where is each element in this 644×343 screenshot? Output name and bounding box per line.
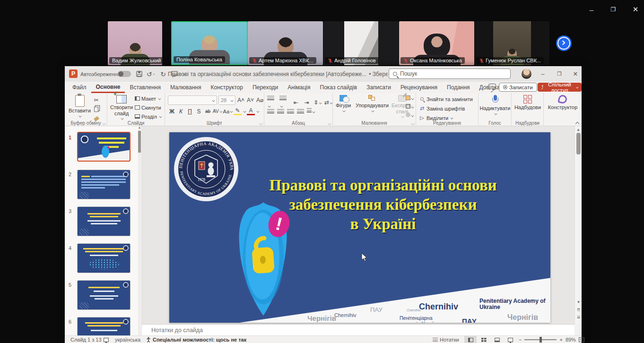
video-tile[interactable]: Оксана Малінковська xyxy=(399,21,474,65)
font-name-select[interactable] xyxy=(168,95,217,105)
slide-sorter-view-button[interactable] xyxy=(478,336,490,343)
align-center-button[interactable] xyxy=(277,109,284,114)
new-slide-button[interactable]: Створити слайд xyxy=(110,95,133,120)
tab-design[interactable]: Конструктор xyxy=(206,82,247,93)
character-spacing-button[interactable]: AV xyxy=(213,107,222,115)
zoom-out-button[interactable]: − xyxy=(519,337,522,343)
minimize-icon[interactable]: – xyxy=(584,4,599,15)
tab-file[interactable]: Файл xyxy=(68,82,91,93)
increase-indent-button[interactable]: ⇥ xyxy=(303,99,311,107)
reset-button[interactable]: Скинути xyxy=(135,103,162,111)
grow-font-button[interactable]: A˄ xyxy=(237,96,245,104)
addins-button[interactable]: Надбудови xyxy=(513,95,542,111)
video-tile[interactable]: Андрій Головінов xyxy=(323,21,399,65)
display-settings-icon[interactable] xyxy=(104,336,109,343)
scroll-up-icon[interactable]: ▲ xyxy=(138,126,141,129)
reading-view-button[interactable] xyxy=(491,336,503,343)
bullets-button[interactable] xyxy=(267,96,277,109)
account-avatar[interactable] xyxy=(522,69,531,79)
video-tile-active-speaker[interactable]: Поліна Ковальська xyxy=(171,21,248,65)
normal-view-button[interactable] xyxy=(464,336,477,343)
zoom-slider[interactable] xyxy=(524,339,557,340)
tab-view[interactable]: Подання xyxy=(442,82,474,93)
slideshow-view-button[interactable] xyxy=(504,336,516,343)
share-button[interactable]: ⤴ Спільний доступ xyxy=(538,83,582,92)
font-size-select[interactable]: 28 xyxy=(218,95,235,105)
italic-button[interactable]: К xyxy=(177,107,185,115)
slide-thumbnail[interactable] xyxy=(77,132,131,162)
line-spacing-button[interactable]: ⇕ xyxy=(313,99,322,107)
tab-insert[interactable]: Вставлення xyxy=(125,82,165,93)
save-icon[interactable] xyxy=(134,66,144,82)
zoom-slider-thumb[interactable] xyxy=(540,337,542,343)
scroll-up-icon[interactable]: ▲ xyxy=(575,126,582,132)
ppt-restore-icon[interactable]: ❐ xyxy=(552,66,567,82)
numbering-button[interactable] xyxy=(279,96,289,109)
thumbnail-scrollbar[interactable]: ▲ xyxy=(138,126,141,335)
align-right-button[interactable] xyxy=(287,109,294,114)
text-shadow-button[interactable]: S xyxy=(195,107,203,115)
shrink-font-button[interactable]: A˅ xyxy=(246,96,254,104)
slide-thumbnail[interactable] xyxy=(77,280,131,310)
slide-thumbnail[interactable] xyxy=(77,243,131,273)
restore-icon[interactable]: ❐ xyxy=(606,4,620,15)
replace-fonts-button[interactable]: ⇄Заміна шрифтів xyxy=(419,104,473,112)
record-button[interactable]: Записати xyxy=(499,83,537,92)
dictate-button[interactable]: Надиктувати xyxy=(481,95,509,115)
notes-pane[interactable]: ▾ Нотатки до слайда xyxy=(142,324,574,335)
video-tile[interactable]: Гуменюк Руслан СВК... xyxy=(475,21,549,65)
shape-outline-icon[interactable] xyxy=(406,103,414,110)
redo-icon[interactable]: ↻ xyxy=(158,66,168,82)
scrollbar-thumb[interactable] xyxy=(576,133,581,154)
next-slide-icon[interactable]: ⇊ xyxy=(575,315,582,319)
notes-toggle-button[interactable]: Нотатки xyxy=(433,336,459,343)
text-highlight-button[interactable]: ✎ xyxy=(234,107,242,115)
align-left-button[interactable] xyxy=(267,109,274,114)
clear-formatting-button[interactable]: A⌀ xyxy=(256,96,264,104)
accessibility-status[interactable]: Спеціальні можливості: щось не так xyxy=(146,336,246,343)
shape-fill-icon[interactable] xyxy=(406,95,414,102)
video-tile[interactable]: Вадим Жулковський xyxy=(108,21,162,65)
fit-slide-to-window-icon[interactable] xyxy=(579,337,584,342)
tab-record[interactable]: Записати xyxy=(362,82,396,93)
ppt-minimize-icon[interactable]: – xyxy=(535,66,550,82)
comments-icon[interactable] xyxy=(488,84,496,90)
search-input[interactable]: Пошук xyxy=(389,69,511,79)
close-icon[interactable]: ✕ xyxy=(628,4,643,15)
slide-editor[interactable]: ПЕНІТЕНЦІАРНА АКАДЕМІЯ УКРАЇНИ PENITENTI… xyxy=(169,132,550,323)
paste-button[interactable]: Вставити xyxy=(69,95,91,117)
copy-icon[interactable] xyxy=(92,105,100,113)
tab-draw[interactable]: Малювання xyxy=(165,82,206,93)
bold-button[interactable]: Ж xyxy=(168,107,176,115)
zoom-level[interactable]: 89% xyxy=(566,337,576,343)
ppt-close-icon[interactable]: ✕ xyxy=(568,66,583,82)
tab-transitions[interactable]: Переходи xyxy=(248,82,283,93)
shapes-button[interactable]: Фігури xyxy=(336,95,351,112)
scroll-down-icon[interactable]: ▼ xyxy=(575,300,582,304)
zoom-in-button[interactable]: + xyxy=(559,337,562,343)
find-replace-button[interactable]: Знайти та замінити xyxy=(419,95,473,103)
designer-button[interactable]: Конструктор xyxy=(547,95,579,111)
slide-thumbnail[interactable] xyxy=(77,206,131,236)
language-indicator[interactable]: українська xyxy=(115,336,140,343)
layout-button[interactable]: Макет xyxy=(135,94,162,103)
cut-icon[interactable]: ✂ xyxy=(92,96,100,104)
arrange-button[interactable]: Упорядкувати xyxy=(356,95,389,112)
tab-home[interactable]: Основне xyxy=(91,82,125,93)
collapse-ribbon-icon[interactable] xyxy=(575,122,579,126)
editor-scrollbar[interactable]: ▲ ▼ ⇈ ⇊ xyxy=(574,126,582,324)
strikethrough-button[interactable]: ab xyxy=(204,107,212,115)
tab-animations[interactable]: Анімація xyxy=(283,82,315,93)
columns-button[interactable] xyxy=(307,108,315,115)
change-case-button[interactable]: Aa xyxy=(223,107,233,115)
undo-icon[interactable]: ↺ xyxy=(145,66,157,82)
slide-thumbnail[interactable] xyxy=(77,170,131,199)
next-participants-button[interactable] xyxy=(556,35,572,51)
font-color-button[interactable]: A xyxy=(247,107,255,115)
section-button[interactable]: Розділ xyxy=(135,112,162,120)
previous-slide-icon[interactable]: ⇈ xyxy=(575,308,582,312)
shape-effects-icon[interactable] xyxy=(406,112,414,119)
tab-slideshow[interactable]: Показ слайдів xyxy=(315,82,362,93)
tab-review[interactable]: Рецензування xyxy=(396,82,442,93)
text-direction-button[interactable]: ⇄ xyxy=(324,99,332,107)
